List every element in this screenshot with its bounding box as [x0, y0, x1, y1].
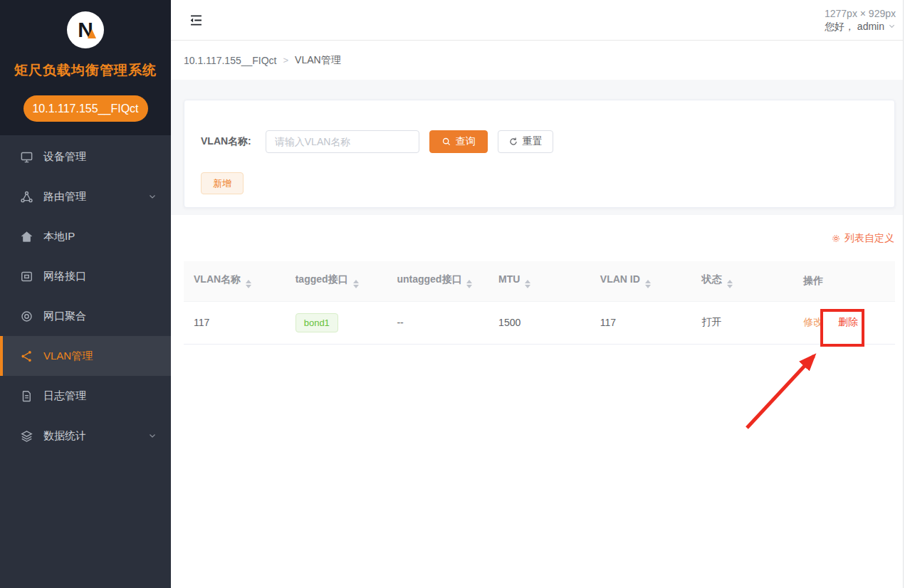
- app-title: 矩尺负载均衡管理系统: [0, 61, 171, 80]
- device-address-button[interactable]: 10.1.117.155__FIQct: [23, 95, 148, 122]
- search-button-label: 查询: [456, 135, 476, 148]
- vlan-name-label: VLAN名称:: [201, 135, 251, 148]
- column-header-actions: 操作: [793, 261, 895, 301]
- app-logo: N: [67, 11, 104, 48]
- vlan-name-input[interactable]: [266, 130, 419, 153]
- vlan-table: VLAN名称 tagged接口 untagged接口 MTU: [184, 261, 895, 345]
- cell-untagged: --: [387, 301, 488, 344]
- sidebar-item-route-management[interactable]: 路由管理: [0, 177, 171, 216]
- sidebar-item-label: 日志管理: [43, 389, 86, 403]
- home-icon: [19, 229, 33, 243]
- sidebar-item-label: VLAN管理: [43, 350, 93, 363]
- share-nodes-icon: [19, 349, 33, 363]
- reset-button[interactable]: 重置: [498, 130, 553, 153]
- column-header-untagged[interactable]: untagged接口: [387, 261, 488, 301]
- reset-button-label: 重置: [523, 135, 543, 148]
- tagged-interface-badge: bond1: [296, 313, 338, 332]
- column-header-vlan-id[interactable]: VLAN ID: [590, 261, 692, 301]
- main-area: 1277px × 929px 您好， admin 10.1.117.155__F…: [171, 0, 903, 588]
- refresh-icon: [508, 137, 518, 147]
- sort-icon[interactable]: [525, 280, 530, 288]
- sort-icon[interactable]: [727, 280, 733, 288]
- greeting-label: 您好， admin: [825, 20, 884, 33]
- log-file-icon: [19, 389, 33, 403]
- list-customize-link[interactable]: 列表自定义: [831, 232, 894, 245]
- table-row: 117 bond1 -- 1500 117 打开 修改 删除: [184, 301, 895, 344]
- breadcrumb: 10.1.117.155__FIQct > VLAN管理: [171, 41, 903, 80]
- search-button[interactable]: 查询: [429, 130, 488, 153]
- sidebar-item-label: 本地IP: [43, 230, 75, 243]
- sidebar-item-port-aggregation[interactable]: 网口聚合: [0, 296, 171, 336]
- filter-row: VLAN名称: 查询 重置: [201, 130, 894, 153]
- add-button[interactable]: 新增: [201, 172, 244, 194]
- cell-actions: 修改 删除: [793, 301, 895, 344]
- customize-row: 列表自定义: [171, 215, 903, 246]
- cell-mtu: 1500: [488, 301, 590, 344]
- top-bar: 1277px × 929px 您好， admin: [171, 0, 903, 41]
- modify-link[interactable]: 修改: [803, 316, 823, 327]
- page-scrollbar[interactable]: [903, 0, 910, 588]
- table-header-row: VLAN名称 tagged接口 untagged接口 MTU: [184, 261, 895, 301]
- gear-icon: [831, 233, 841, 243]
- delete-link[interactable]: 删除: [838, 316, 858, 327]
- user-menu[interactable]: 您好， admin: [825, 20, 896, 33]
- sort-icon[interactable]: [353, 280, 359, 288]
- sidebar-item-device-management[interactable]: 设备管理: [0, 137, 171, 177]
- chevron-down-icon: [888, 22, 896, 30]
- add-button-label: 新增: [213, 177, 231, 190]
- sidebar-item-label: 数据统计: [43, 429, 86, 443]
- sidebar-item-data-statistics[interactable]: 数据统计: [0, 416, 171, 456]
- search-icon: [441, 137, 451, 147]
- sort-icon[interactable]: [246, 280, 251, 288]
- sidebar-fold-icon[interactable]: [187, 11, 205, 29]
- route-nodes-icon: [19, 189, 33, 204]
- aggregate-ring-icon: [19, 309, 33, 323]
- column-header-vlan-name[interactable]: VLAN名称: [184, 261, 286, 301]
- topbar-right: 1277px × 929px 您好， admin: [825, 8, 896, 33]
- viewport-size-label: 1277px × 929px: [825, 8, 896, 20]
- sort-icon[interactable]: [466, 280, 472, 288]
- chevron-down-icon: [148, 192, 157, 201]
- cell-vlan-id: 117: [590, 301, 692, 344]
- sort-icon[interactable]: [645, 280, 651, 288]
- cell-tagged: bond1: [286, 301, 387, 344]
- sidebar-item-label: 网络接口: [43, 270, 86, 283]
- breadcrumb-current: VLAN管理: [295, 54, 341, 67]
- sidebar-brand: N 矩尺负载均衡管理系统 10.1.117.155__FIQct: [0, 0, 171, 135]
- sidebar-item-network-interface[interactable]: 网络接口: [0, 256, 171, 296]
- logo-triangle-icon: [88, 29, 96, 38]
- sidebar-item-label: 路由管理: [43, 190, 86, 204]
- page-content: VLAN名称: 查询 重置 新增 列表自定义: [171, 80, 903, 588]
- sidebar: N 矩尺负载均衡管理系统 10.1.117.155__FIQct 设备管理 路由…: [0, 0, 171, 588]
- table-section: 列表自定义 VLAN名称 tagged接口: [171, 215, 903, 588]
- breadcrumb-separator: >: [283, 55, 289, 65]
- column-header-status[interactable]: 状态: [692, 261, 794, 301]
- cell-vlan-name: 117: [184, 301, 286, 344]
- layers-icon: [19, 429, 33, 443]
- sidebar-menu: 设备管理 路由管理 本地IP 网络接口 网: [0, 135, 171, 456]
- sidebar-item-log-management[interactable]: 日志管理: [0, 376, 171, 416]
- sidebar-item-vlan-management[interactable]: VLAN管理: [0, 336, 171, 376]
- chevron-down-icon: [148, 431, 157, 440]
- list-customize-label: 列表自定义: [844, 232, 894, 245]
- monitor-icon: [19, 149, 33, 164]
- cell-status: 打开: [692, 301, 794, 344]
- column-header-mtu[interactable]: MTU: [488, 261, 590, 301]
- sidebar-item-local-ip[interactable]: 本地IP: [0, 216, 171, 256]
- breadcrumb-device[interactable]: 10.1.117.155__FIQct: [184, 55, 277, 66]
- sidebar-item-label: 网口聚合: [43, 310, 86, 323]
- network-port-icon: [19, 269, 33, 283]
- sidebar-item-label: 设备管理: [43, 150, 86, 164]
- column-header-tagged[interactable]: tagged接口: [286, 261, 387, 301]
- filter-card: VLAN名称: 查询 重置 新增: [184, 100, 895, 208]
